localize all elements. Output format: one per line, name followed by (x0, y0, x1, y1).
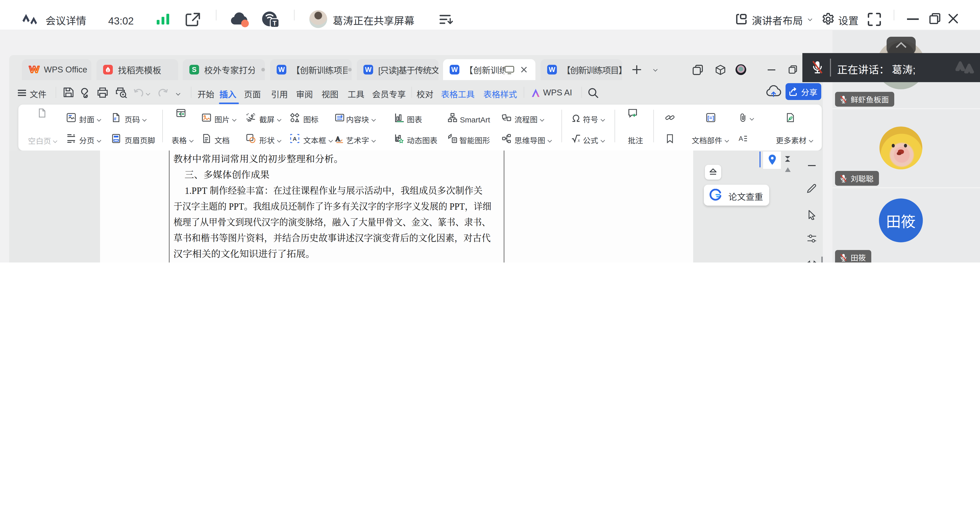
svg-text:x: x (578, 138, 580, 143)
svg-text:[=]: [=] (708, 114, 714, 121)
svg-text:A: A (336, 135, 340, 143)
svg-text:A: A (738, 134, 743, 143)
svg-text:#: # (114, 115, 116, 122)
svg-text:T: T (272, 20, 277, 27)
svg-text:A: A (293, 134, 297, 142)
